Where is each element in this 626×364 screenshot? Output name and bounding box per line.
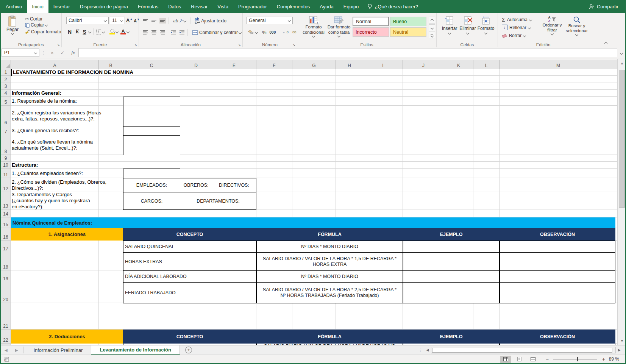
percent-button[interactable]: % [262,30,267,35]
header-observacion[interactable]: OBSERVACIÓN [500,330,615,344]
column-header-M[interactable]: M [500,60,617,69]
header-ejemplo[interactable]: EJEMPLO [403,330,500,344]
observacion-cell[interactable] [500,270,615,283]
row-header-13[interactable]: 13 [1,192,11,209]
obreros-cell[interactable]: OBREROS: [180,178,212,192]
dialog-launcher-icon[interactable]: ↘ [238,43,241,47]
sheet-tab-levantamiento[interactable]: Levantamiento de Información [91,345,180,355]
ejemplo-cell[interactable] [403,241,500,253]
column-header-B[interactable]: B [99,60,123,69]
zoom-slider-thumb[interactable] [577,357,578,361]
column-header-I[interactable]: I [363,60,403,69]
directivos-cell[interactable]: DIRECTIVOS: [212,178,256,192]
menu-tab-disposici-n-de-p-gina[interactable]: Disposición de página [75,0,133,13]
borders-chevron-icon[interactable] [102,30,105,33]
font-color-chevron-icon[interactable] [126,30,130,33]
page-break-view-button[interactable] [528,356,538,363]
sheet-title[interactable]: LEVANTAMIENTO DE INFORMACION DE NOMINA [11,69,133,76]
menu-tab-archivo[interactable]: Archivo [1,0,27,13]
sheet-tab-informacion-preliminar[interactable]: Información Preliminar [25,345,91,355]
gallery-up-button[interactable] [429,17,435,24]
fill-chevron-icon[interactable] [116,30,119,33]
fx-icon[interactable]: fx [68,50,78,56]
ejemplo-cell[interactable] [403,282,500,303]
menu-tab-f-rmulas[interactable]: Fórmulas [133,0,163,13]
font-name-combo[interactable]: Calibri [66,17,109,24]
header-observacion[interactable]: OBSERVACIÓN [500,228,615,241]
merge-center-button[interactable]: Combinar y centrar [190,30,243,36]
answer-box[interactable] [123,97,180,106]
sheet-grid[interactable]: 12345678910111213141516171819202122 LEVA… [1,69,617,345]
concepto-cell[interactable]: SALARIO QUINCENAL [123,241,256,253]
tabbar-gripper[interactable]: ⋮ [418,348,424,352]
column-header-A[interactable]: A [11,60,99,69]
sheet-nav-right-icon[interactable]: ▶ [11,345,22,355]
gallery-down-button[interactable] [429,24,435,31]
cancel-icon[interactable]: × [47,50,57,56]
share-button[interactable]: Compartir [589,0,625,13]
question-1[interactable]: 1. Responsable de la nómina: [12,97,115,106]
row-header-5[interactable]: 5 [1,97,11,106]
ejemplo-cell[interactable] [403,252,500,271]
decrease-indent-icon[interactable] [171,30,176,35]
banner-nomina-quincenal[interactable]: Nómina Quincenal de Empleados: [11,217,615,228]
menu-tab-ayuda[interactable]: Ayuda [315,0,339,13]
align-right-icon[interactable] [159,30,165,35]
enter-icon[interactable]: ✓ [57,50,68,56]
font-size-combo[interactable]: 11 [110,17,125,24]
header-concepto[interactable]: CONCEPTO [123,228,256,241]
column-header-F[interactable]: F [256,60,292,69]
header-formula[interactable]: FÓRMULA [256,228,403,241]
select-all-corner[interactable] [1,60,11,69]
menu-tab-programador[interactable]: Programador [233,0,272,13]
fill-color-button[interactable] [109,29,115,34]
question-3[interactable]: 3. ¿Quién genera los recibos?: [12,126,115,135]
row-header-15[interactable]: 15 [1,217,11,228]
cargos-cell[interactable]: CARGOS: [123,192,180,210]
scroll-down-icon[interactable]: ▼ [618,337,626,345]
fill-button[interactable]: ↓ Rellenar [502,23,532,31]
dialog-launcher-icon[interactable]: ↘ [292,43,295,47]
italic-button[interactable]: K [74,29,80,35]
info-general-heading[interactable]: Información General: [12,90,61,97]
column-header-D[interactable]: D [180,60,212,69]
menu-tab-datos[interactable]: Datos [163,0,186,13]
question-4[interactable]: 4. ¿En qué software llevan la nómina act… [12,135,100,155]
row-header-21[interactable]: 21 [1,303,11,330]
align-top-icon[interactable] [143,19,148,23]
row-header-16[interactable]: 16 [1,228,11,241]
align-middle-icon[interactable] [151,19,157,23]
insert-cells-button[interactable]: Insertar [440,16,459,34]
accounting-format-button[interactable] [247,30,259,35]
zoom-out-button[interactable]: − [540,356,550,362]
dialog-launcher-icon[interactable]: ↘ [57,43,60,47]
zoom-slider[interactable] [553,359,597,359]
row-header-8[interactable]: 8 [1,135,11,155]
section-deducciones[interactable]: 2. Deducciones [11,330,123,344]
menu-tab-complementos[interactable]: Complementos [272,0,315,13]
row-header-6[interactable]: 6 [1,106,11,126]
row-header-17[interactable]: 17 [1,241,11,252]
empleados-cell[interactable]: EMPLEADOS: [123,178,180,192]
align-bottom-icon[interactable] [159,18,166,23]
estructura-heading[interactable]: Estructura: [12,162,38,169]
column-header-E[interactable]: E [212,60,256,69]
estructura-q1[interactable]: 1. ¿Cuántos empleados tienen?: [12,169,115,178]
align-center-icon[interactable] [151,30,157,35]
paste-button[interactable]: Pegar [4,16,21,34]
gallery-more-button[interactable] [429,32,435,39]
format-painter-button[interactable]: Copiar formato [23,29,62,35]
row-header-20[interactable]: 20 [1,282,11,303]
scroll-left-icon[interactable]: ◀ [425,348,430,352]
column-header-J[interactable]: J [403,60,444,69]
column-header-K[interactable]: K [444,60,473,69]
row-header-3[interactable]: 3 [1,83,11,90]
formula-input[interactable] [78,48,617,57]
vertical-scroll-thumb[interactable] [619,70,625,208]
row-header-18[interactable]: 18 [1,252,11,270]
formula-cell[interactable]: Nº DIAS * MONTO DIARIO [256,241,403,253]
zoom-in-button[interactable]: + [600,356,607,362]
number-format-combo[interactable]: General [247,17,293,24]
concepto-cell[interactable]: HORAS EXTRAS [123,252,256,271]
row-header-11[interactable]: 11 [1,169,11,178]
